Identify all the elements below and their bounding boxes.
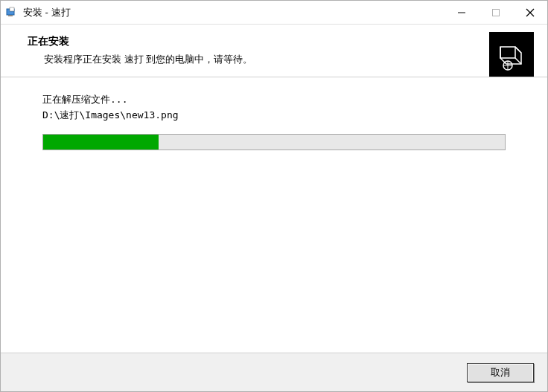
cancel-button[interactable]: 取消 bbox=[467, 363, 534, 382]
svg-rect-4 bbox=[493, 9, 500, 16]
progress-fill bbox=[43, 135, 159, 150]
svg-rect-1 bbox=[8, 15, 13, 16]
window-controls bbox=[445, 1, 547, 24]
header-title: 正在安装 bbox=[28, 35, 534, 48]
header-subtitle: 安装程序正在安装 速打 到您的电脑中，请等待。 bbox=[28, 53, 534, 66]
svg-rect-2 bbox=[10, 7, 14, 11]
content-area: 正在解压缩文件... D:\速打\Images\new13.png bbox=[1, 77, 547, 353]
minimize-button[interactable] bbox=[445, 1, 479, 24]
status-line-1: 正在解压缩文件... bbox=[42, 92, 506, 108]
installer-window: 安装 - 速打 正在安装 安装程序正在安装 速打 到您的电脑中，请等待。 bbox=[0, 0, 548, 392]
window-title: 安装 - 速打 bbox=[23, 6, 445, 19]
progress-bar bbox=[42, 134, 506, 150]
header-text: 正在安装 安装程序正在安装 速打 到您的电脑中，请等待。 bbox=[28, 35, 534, 69]
status-text: 正在解压缩文件... D:\速打\Images\new13.png bbox=[42, 92, 506, 123]
status-line-2: D:\速打\Images\new13.png bbox=[42, 108, 506, 123]
app-icon bbox=[5, 7, 17, 19]
maximize-button bbox=[479, 1, 513, 24]
titlebar: 安装 - 速打 bbox=[1, 1, 547, 25]
close-button[interactable] bbox=[513, 1, 547, 24]
installer-icon bbox=[489, 32, 534, 77]
header-section: 正在安装 安装程序正在安装 速打 到您的电脑中，请等待。 bbox=[1, 25, 547, 77]
footer: 取消 bbox=[1, 353, 547, 391]
